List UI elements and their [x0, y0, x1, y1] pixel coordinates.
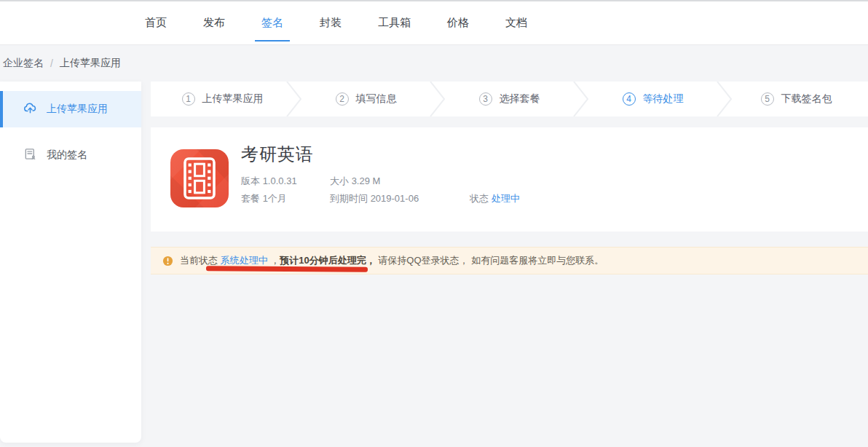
- app-plan-field: 套餐 1个月: [241, 192, 287, 205]
- red-underline-annotation: [206, 266, 368, 272]
- notice-emphasis: 预计10分钟后处理完，: [280, 255, 375, 266]
- size-value: 3.29 M: [352, 175, 381, 186]
- breadcrumb-root[interactable]: 企业签名: [3, 57, 44, 70]
- cloud-upload-icon: [23, 101, 37, 117]
- nav-item-publish[interactable]: 发布: [203, 1, 225, 44]
- step-label: 填写信息: [356, 92, 397, 106]
- sidebar-item-my-signatures[interactable]: 我的签名: [0, 137, 141, 173]
- steps-bar: 1 上传苹果应用 2 填写信息 3 选择套餐 4 等待处理 5 下载签名包: [151, 82, 868, 116]
- plan-label: 套餐: [241, 193, 260, 204]
- step-number: 3: [479, 92, 492, 106]
- step-chevron-icon: [715, 82, 734, 119]
- notice-rest: 请保持QQ登录状态， 如有问题客服将立即与您联系。: [376, 255, 604, 266]
- step-label: 选择套餐: [500, 92, 540, 106]
- step-label: 上传苹果应用: [202, 92, 264, 106]
- nav-item-price[interactable]: 价格: [447, 1, 469, 44]
- step-number: 2: [336, 92, 349, 106]
- app-title: 考研英语: [241, 143, 314, 166]
- sidebar-item-upload-apple-app[interactable]: 上传苹果应用: [0, 91, 141, 127]
- app-status-field: 状态 处理中: [470, 192, 520, 205]
- nav-item-docs[interactable]: 文档: [505, 1, 527, 44]
- step-number: 5: [761, 92, 774, 106]
- notice-comma: ，: [268, 255, 280, 266]
- film-strip-icon: [170, 149, 229, 207]
- step-number: 4: [623, 92, 636, 106]
- app-version-field: 版本 1.0.0.31: [241, 175, 297, 188]
- app-icon: [170, 149, 229, 207]
- step-fill-info: 2 填写信息: [294, 82, 438, 116]
- app-size-field: 大小 3.29 M: [330, 175, 380, 188]
- breadcrumb-current: 上传苹果应用: [60, 57, 121, 70]
- expiry-value: 2019-01-06: [371, 193, 419, 204]
- breadcrumb-separator: /: [50, 58, 53, 69]
- top-nav: 首页 发布 签名 封装 工具箱 价格 文档: [0, 0, 868, 45]
- step-choose-plan: 3 选择套餐: [438, 82, 581, 116]
- nav-item-home[interactable]: 首页: [145, 1, 167, 44]
- step-chevron-icon: [285, 82, 304, 119]
- breadcrumb: 企业签名 / 上传苹果应用: [0, 46, 121, 80]
- step-wait-processing: 4 等待处理: [581, 82, 725, 116]
- step-chevron-icon: [572, 82, 591, 119]
- size-label: 大小: [330, 175, 349, 186]
- app-card: 考研英语 版本 1.0.0.31 大小 3.29 M 套餐 1个月 到期时间 2…: [151, 127, 868, 232]
- sidebar-item-label: 我的签名: [47, 149, 87, 162]
- step-number: 1: [182, 92, 195, 106]
- version-value: 1.0.0.31: [263, 175, 297, 186]
- nav-item-toolbox[interactable]: 工具箱: [378, 1, 411, 44]
- nav-item-package[interactable]: 封装: [320, 1, 342, 44]
- notice-text: 当前状态 系统处理中 ，预计10分钟后处理完， 请保持QQ登录状态， 如有问题客…: [180, 254, 604, 267]
- expiry-label: 到期时间: [330, 193, 368, 204]
- status-label: 状态: [470, 193, 489, 204]
- app-expiry-field: 到期时间 2019-01-06: [330, 192, 419, 205]
- nav-item-sign[interactable]: 签名: [261, 1, 283, 44]
- step-download-package: 5 下载签名包: [725, 82, 868, 116]
- status-link[interactable]: 处理中: [492, 193, 520, 204]
- warning-icon: [162, 256, 173, 266]
- step-label: 等待处理: [643, 92, 684, 106]
- signature-doc-icon: [23, 147, 37, 163]
- step-upload-apple-app: 1 上传苹果应用: [151, 82, 294, 116]
- sidebar: 上传苹果应用 我的签名: [0, 82, 141, 443]
- plan-value: 1个月: [263, 193, 287, 204]
- version-label: 版本: [241, 175, 260, 186]
- sidebar-item-label: 上传苹果应用: [47, 103, 108, 116]
- step-chevron-icon: [428, 82, 447, 119]
- step-label: 下载签名包: [781, 92, 832, 106]
- notice-prefix: 当前状态: [180, 255, 221, 266]
- system-processing-link[interactable]: 系统处理中: [221, 255, 268, 266]
